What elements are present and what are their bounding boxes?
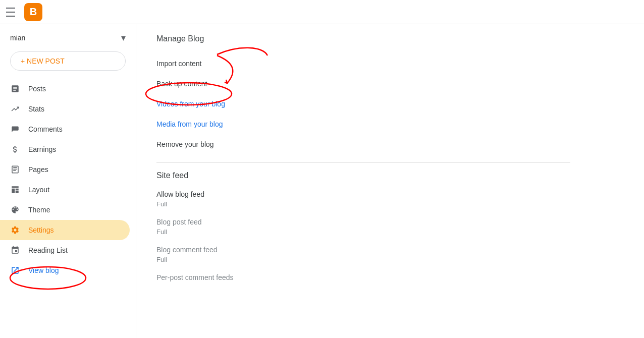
settings-label: Settings: [28, 226, 54, 234]
sidebar-item-posts[interactable]: Posts: [0, 79, 130, 99]
sidebar-item-pages[interactable]: Pages: [0, 159, 130, 180]
settings-icon: [10, 225, 20, 235]
blog-post-feed-label: Blog post feed: [156, 218, 570, 226]
media-from-blog-item[interactable]: Media from your blog: [156, 114, 570, 134]
blog-comment-feed-item: Blog comment feed Full: [156, 246, 570, 263]
comments-label: Comments: [28, 125, 63, 133]
back-up-content-item[interactable]: Back up content: [156, 74, 570, 94]
hamburger-button[interactable]: [6, 6, 18, 18]
reading-list-label: Reading List: [28, 246, 68, 254]
sidebar-item-settings[interactable]: Settings: [0, 220, 130, 240]
allow-blog-feed-label: Allow blog feed: [156, 190, 570, 198]
layout-label: Layout: [28, 186, 49, 194]
manage-blog-title: Manage Blog: [156, 34, 570, 43]
blog-comment-feed-value: Full: [156, 256, 570, 263]
theme-icon: [10, 205, 20, 215]
theme-label: Theme: [28, 206, 50, 214]
reading-list-icon: [10, 245, 20, 255]
blog-selector[interactable]: mian ▾: [0, 24, 136, 51]
import-content-item[interactable]: Import content: [156, 53, 570, 74]
earnings-label: Earnings: [28, 145, 56, 153]
blog-post-feed-item: Blog post feed Full: [156, 218, 570, 236]
blog-name: mian: [10, 34, 121, 42]
sidebar: mian ▾ + NEW POST Posts Stats Comments E…: [0, 0, 136, 338]
section-divider: [156, 162, 570, 163]
sidebar-item-theme[interactable]: Theme: [0, 200, 130, 220]
remove-blog-item[interactable]: Remove your blog: [156, 134, 570, 154]
posts-icon: [10, 84, 20, 94]
new-post-label: + NEW POST: [21, 57, 65, 65]
main-content: Manage Blog Import content Back up conte…: [136, 0, 644, 338]
allow-blog-feed-item: Allow blog feed Full: [156, 190, 570, 208]
stats-icon: [10, 104, 20, 114]
view-blog-icon: [10, 265, 20, 275]
earnings-icon: [10, 144, 20, 154]
allow-blog-feed-value: Full: [156, 200, 570, 208]
layout-icon: [10, 185, 20, 195]
posts-label: Posts: [28, 85, 46, 93]
blog-post-feed-value: Full: [156, 228, 570, 236]
per-post-comment-feeds-item: Per-post comment feeds: [156, 273, 570, 281]
manage-blog-section: Manage Blog Import content Back up conte…: [156, 34, 570, 154]
comments-icon: [10, 124, 20, 134]
new-post-button[interactable]: + NEW POST: [10, 51, 126, 71]
videos-from-blog-item[interactable]: Videos from your blog: [156, 94, 570, 114]
blogger-logo: B: [24, 3, 42, 21]
stats-label: Stats: [28, 105, 44, 113]
view-blog-label: View blog: [28, 266, 59, 274]
dropdown-icon: ▾: [121, 32, 126, 43]
sidebar-item-view-blog[interactable]: View blog: [0, 260, 130, 280]
sidebar-item-comments[interactable]: Comments: [0, 119, 130, 139]
top-bar: B: [0, 0, 644, 24]
sidebar-item-layout[interactable]: Layout: [0, 180, 130, 200]
site-feed-title: Site feed: [156, 171, 570, 180]
site-feed-section: Site feed Allow blog feed Full Blog post…: [156, 171, 570, 281]
blog-comment-feed-label: Blog comment feed: [156, 246, 570, 254]
sidebar-item-stats[interactable]: Stats: [0, 99, 130, 119]
sidebar-item-earnings[interactable]: Earnings: [0, 139, 130, 159]
pages-icon: [10, 164, 20, 175]
sidebar-item-reading-list[interactable]: Reading List: [0, 240, 130, 260]
per-post-comment-feeds-label: Per-post comment feeds: [156, 273, 570, 281]
pages-label: Pages: [28, 165, 48, 174]
